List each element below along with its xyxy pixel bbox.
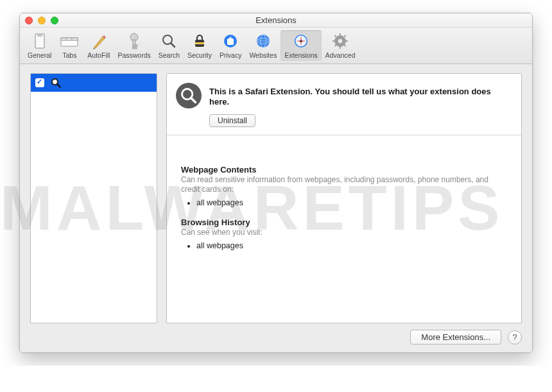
svg-rect-1 [37, 35, 42, 37]
tab-label: Websites [249, 51, 277, 59]
tab-search[interactable]: Search [155, 30, 184, 61]
tab-label: Passwords [117, 51, 150, 59]
tab-advanced[interactable]: Advanced [322, 30, 359, 61]
tab-label: Tabs [62, 51, 76, 59]
footer: More Extensions... ? [30, 330, 522, 345]
svg-point-36 [53, 80, 57, 84]
svg-rect-13 [195, 42, 204, 44]
svg-rect-27 [340, 33, 341, 36]
more-extensions-button[interactable]: More Extensions... [410, 330, 501, 345]
titlebar: Extensions [20, 13, 532, 28]
tab-tabs[interactable]: Tabs [55, 30, 83, 61]
svg-point-24 [300, 40, 302, 42]
autofill-icon [89, 31, 108, 51]
extension-detail-pane: This is a Safari Extension. You should t… [166, 73, 522, 323]
svg-rect-29 [332, 40, 335, 42]
perm-history-title: Browsing History [181, 217, 507, 227]
preferences-window: Extensions General Tabs AutoFill Passwor… [19, 13, 533, 353]
extension-description: This is a Safari Extension. You should t… [209, 87, 511, 108]
extensions-sidebar [30, 73, 157, 323]
extension-detail-icon [176, 83, 202, 108]
tab-label: General [28, 51, 51, 59]
perm-history-desc: Can see when you visit: [181, 228, 507, 237]
svg-rect-33 [344, 35, 347, 37]
security-icon [190, 31, 209, 51]
perm-item: all webpages [196, 241, 507, 250]
websites-icon [254, 31, 273, 51]
general-icon [30, 31, 49, 51]
permissions-section: Webpage Contents Can read sensitive info… [167, 135, 521, 267]
svg-rect-31 [334, 35, 337, 37]
svg-line-39 [191, 98, 196, 103]
passwords-icon [125, 31, 144, 51]
svg-rect-7 [133, 40, 135, 48]
svg-line-37 [57, 84, 60, 87]
search-icon [159, 31, 178, 51]
tab-label: Security [187, 51, 212, 59]
tab-security[interactable]: Security [184, 30, 216, 61]
svg-rect-16 [230, 37, 232, 40]
perm-item: all webpages [196, 198, 507, 207]
svg-rect-8 [133, 45, 137, 46]
tab-websites[interactable]: Websites [245, 30, 280, 61]
tab-passwords[interactable]: Passwords [114, 30, 154, 61]
svg-rect-3 [61, 38, 78, 40]
extensions-icon [291, 31, 311, 51]
tab-label: Search [159, 51, 180, 59]
help-button[interactable]: ? [508, 330, 522, 345]
svg-rect-9 [133, 47, 137, 49]
extension-item-icon [49, 76, 62, 89]
window-title: Extensions [20, 15, 532, 25]
tab-general[interactable]: General [24, 30, 55, 61]
gear-icon [331, 31, 350, 51]
svg-rect-28 [340, 46, 341, 49]
tab-privacy[interactable]: Privacy [216, 30, 245, 61]
tab-label: AutoFill [87, 51, 110, 59]
tab-extensions[interactable]: Extensions [280, 30, 321, 61]
extension-list-item[interactable] [31, 74, 157, 92]
svg-rect-30 [345, 40, 348, 42]
detail-header: This is a Safari Extension. You should t… [167, 74, 521, 135]
tab-autofill[interactable]: AutoFill [83, 30, 114, 61]
svg-point-26 [338, 39, 343, 44]
tab-label: Extensions [284, 51, 317, 59]
perm-webpage-desc: Can read sensitive information from webp… [181, 175, 507, 194]
tabs-icon [60, 31, 79, 51]
tab-label: Privacy [220, 51, 241, 59]
svg-line-11 [171, 43, 175, 47]
privacy-icon [221, 31, 240, 51]
tab-label: Advanced [325, 51, 356, 59]
preferences-toolbar: General Tabs AutoFill Passwords Search [20, 28, 532, 64]
extension-enabled-checkbox[interactable] [35, 78, 44, 87]
perm-webpage-title: Webpage Contents [181, 165, 507, 175]
content-area: This is a Safari Extension. You should t… [20, 64, 532, 352]
uninstall-button[interactable]: Uninstall [209, 114, 255, 127]
